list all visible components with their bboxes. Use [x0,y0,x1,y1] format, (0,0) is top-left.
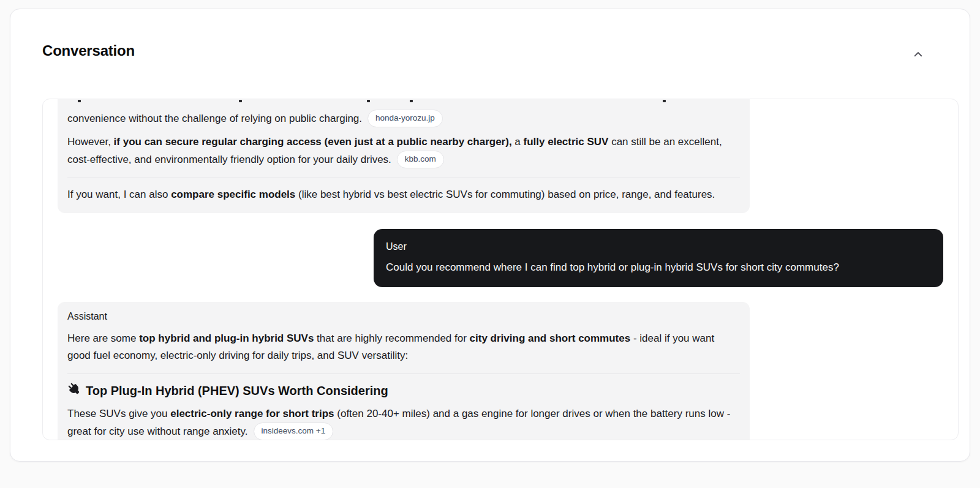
text-run: (like best hybrid vs best electric SUVs … [295,189,715,200]
section-heading: Top Plug-In Hybrid (PHEV) SUVs Worth Con… [67,382,740,399]
text-run: Here are some [67,332,139,344]
bold-text-run: compare specific models [171,189,295,200]
clipped-letter-fragment [367,100,370,102]
paragraph-divider [67,374,740,374]
message-row-assistant: convenience without the challenge of rel… [58,99,943,213]
message-paragraph: However, if you can secure regular charg… [67,133,740,168]
bold-text-run: fully electric SUV [524,136,609,148]
bold-text-run: top hybrid and plug-in hybrid SUVs [139,332,314,344]
citation-badge[interactable]: insideevs.com +1 [254,422,334,440]
conversation-scroll-area[interactable]: convenience without the challenge of rel… [42,99,959,440]
chevron-up-icon [913,49,924,60]
clipped-letter-fragment [663,100,666,102]
user-message-text: Could you recommend where I can find top… [386,260,931,276]
page-title: Conversation [42,42,135,59]
text-run: convenience without the challenge of rel… [67,113,362,124]
text-run: These SUVs give you [67,408,170,419]
clipped-letter-fragment [78,100,81,102]
bold-text-run: if you can secure regular charging acces… [114,136,512,148]
text-run: However, [67,136,114,148]
text-run: If you want, I can also [67,189,171,200]
message-list: convenience without the challenge of rel… [43,99,958,440]
message-role-label: Assistant [67,309,740,324]
message-paragraph: If you want, I can also compare specific… [67,186,740,203]
text-run: a [512,136,524,148]
message-row-assistant: AssistantHere are some top hybrid and pl… [58,302,943,440]
message-row-user: UserCould you recommend where I can find… [58,229,943,287]
section-heading-text: Top Plug-In Hybrid (PHEV) SUVs Worth Con… [86,382,388,399]
citation-badge[interactable]: kbb.com [397,151,444,168]
clipped-letter-fragment [410,100,413,102]
collapse-button[interactable] [910,46,927,63]
user-message-bubble: UserCould you recommend where I can find… [374,229,943,287]
clipped-text-line [67,99,740,103]
clipped-letter-fragment [239,100,242,102]
message-role-label: User [386,239,931,254]
bold-text-run: electric-only range for short trips [170,408,334,419]
paragraph-divider [67,178,740,178]
message-paragraph: Here are some top hybrid and plug-in hyb… [67,330,740,364]
assistant-message-bubble: AssistantHere are some top hybrid and pl… [58,302,750,440]
card-header: Conversation [10,9,970,64]
plug-icon [67,382,80,399]
assistant-message-bubble: convenience without the challenge of rel… [58,99,750,213]
citation-badge[interactable]: honda-yorozu.jp [368,110,443,127]
message-paragraph: convenience without the challenge of rel… [67,110,740,127]
text-run: that are highly recommended for [314,332,469,344]
message-paragraph: These SUVs give you electric-only range … [67,405,740,440]
conversation-card: Conversation convenience without the cha… [10,9,970,462]
bold-text-run: city driving and short commutes [470,332,631,344]
